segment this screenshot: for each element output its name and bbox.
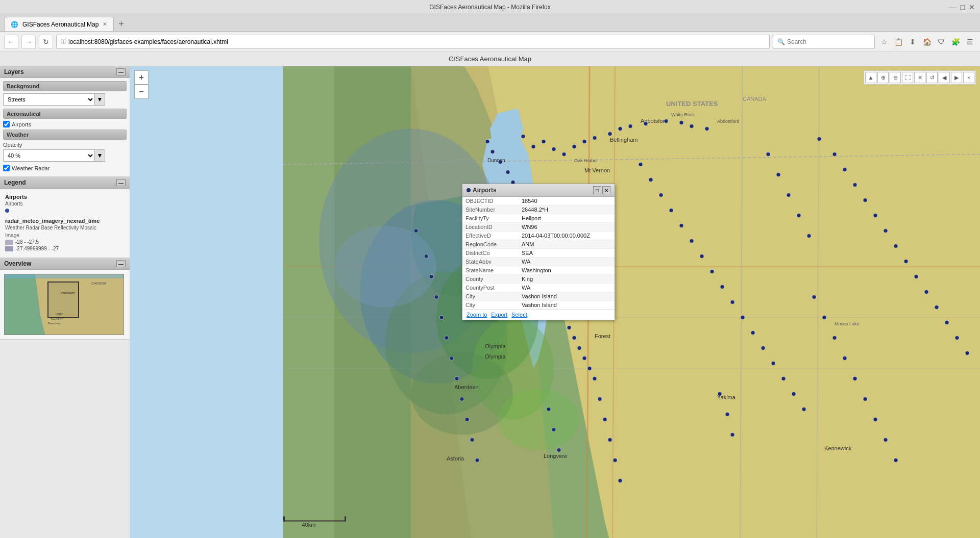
close-icon[interactable]: ✕ (969, 3, 975, 11)
svg-point-130 (904, 260, 908, 264)
tab-bar: 🌐 GISFaces Aeronautical Map ✕ + (0, 14, 980, 32)
svg-point-90 (445, 336, 449, 340)
zoom-in-tool-button[interactable]: ⊕ (877, 72, 889, 83)
back-button[interactable]: ← (4, 35, 18, 49)
close-tool-button[interactable]: ✕ (914, 72, 925, 83)
popup-field-value: 26448.2*H (519, 206, 615, 214)
opacity-dropdown-arrow[interactable]: ▼ (95, 149, 105, 162)
maximize-icon[interactable]: □ (961, 3, 965, 11)
background-section-header: Background (3, 81, 127, 91)
svg-point-100 (598, 397, 602, 401)
svg-point-94 (465, 418, 469, 422)
svg-point-95 (470, 438, 474, 442)
background-dropdown-arrow[interactable]: ▼ (95, 93, 105, 106)
weather-section-header: Weather (3, 130, 127, 140)
popup-row: CityVashon Island (462, 301, 615, 310)
svg-point-143 (843, 356, 847, 361)
menu-icon[interactable]: ☰ (964, 36, 976, 48)
popup-row: DistrictCoSEA (462, 249, 615, 258)
popup-title-text: Airports (473, 187, 497, 194)
svg-point-79 (567, 326, 571, 330)
svg-point-55 (628, 124, 632, 129)
legend-collapse-button[interactable]: — (116, 179, 126, 186)
overview-panel-header[interactable]: Overview — (0, 258, 130, 270)
svg-point-54 (618, 127, 622, 131)
pan-up-button[interactable]: ▲ (865, 72, 876, 83)
weather-radar-checkbox[interactable] (3, 165, 10, 171)
map-area[interactable]: Victoria Mt Vernon Oak Harbor Bellingham… (130, 66, 980, 538)
window-title: GISFaces Aeronautical Map - Mozilla Fire… (429, 4, 550, 11)
bookmark-list-icon[interactable]: 📋 (892, 36, 904, 48)
svg-point-47 (542, 140, 546, 144)
search-input[interactable] (787, 38, 870, 45)
opacity-dropdown[interactable]: 40 % 20 % 60 % 80 % 100 % (3, 149, 95, 162)
popup-field-key: DistrictCo (462, 249, 519, 258)
bookmark-star-icon[interactable]: ☆ (878, 36, 890, 48)
popup-row: FacilityTyHeliport (462, 214, 615, 223)
legend-panel-header[interactable]: Legend — (0, 177, 130, 189)
zoom-out-tool-button[interactable]: ⊖ (890, 72, 901, 83)
popup-table: OBJECTID18540SiteNumber26448.2*HFacility… (462, 197, 615, 309)
nav-right-icons: ☆ 📋 ⬇ 🏠 🛡 🧩 ☰ (878, 36, 976, 48)
legend-color-1 (5, 246, 13, 251)
next-extent-button[interactable]: ▶ (951, 72, 962, 83)
select-link[interactable]: Select (511, 312, 527, 318)
overview-map: CANADA UNIT STAT Vancouver San Francisco (4, 274, 124, 335)
content-area: GISFaces Aeronautical Map Layers — Backg… (0, 52, 980, 538)
export-link[interactable]: Export (491, 312, 507, 318)
popup-row: CountyKing (462, 275, 615, 284)
reload-button[interactable]: ↻ (39, 35, 53, 49)
airport-dot-icon (5, 209, 9, 213)
download-icon[interactable]: ⬇ (906, 36, 919, 48)
svg-point-114 (730, 300, 734, 304)
zoom-extent-button[interactable]: ⛶ (902, 72, 913, 83)
extension-icon[interactable]: 🧩 (949, 36, 962, 48)
page-title: GISFaces Aeronautical Map (449, 55, 531, 63)
svg-point-107 (659, 193, 663, 197)
tab-close-icon[interactable]: ✕ (103, 21, 107, 28)
svg-point-112 (710, 270, 714, 274)
layers-collapse-button[interactable]: — (116, 68, 126, 75)
deactivate-tool-button[interactable]: × (963, 72, 974, 83)
svg-point-111 (700, 254, 704, 259)
background-dropdown[interactable]: Streets Satellite Topo Gray (3, 93, 95, 106)
home-icon[interactable]: 🏠 (921, 36, 933, 48)
zoom-out-button[interactable]: − (134, 85, 149, 99)
page-title-bar: GISFaces Aeronautical Map (0, 52, 980, 66)
refresh-tool-button[interactable]: ↺ (926, 72, 938, 83)
zoom-in-button[interactable]: + (134, 70, 149, 85)
background-dropdown-container: Streets Satellite Topo Gray ▼ (3, 93, 127, 106)
svg-point-147 (884, 438, 888, 442)
svg-point-116 (751, 331, 755, 335)
new-tab-button[interactable]: + (114, 17, 128, 31)
popup-field-value: 2014-04-03T00:00:00.000Z (519, 232, 615, 240)
legend-panel: Legend — Airports Airports (0, 177, 130, 258)
overview-collapse-button[interactable]: — (116, 260, 126, 267)
svg-point-88 (434, 295, 438, 299)
active-tab[interactable]: 🌐 GISFaces Aeronautical Map ✕ (4, 17, 114, 31)
tab-favicon: 🌐 (11, 21, 18, 28)
opacity-dropdown-container: 40 % 20 % 60 % 80 % 100 % ▼ (3, 149, 127, 162)
svg-point-92 (455, 377, 459, 381)
address-input[interactable] (68, 38, 765, 45)
popup-field-value: Washington (519, 266, 615, 275)
popup-close-button[interactable]: ✕ (602, 186, 610, 194)
window-controls[interactable]: — □ ✕ (949, 3, 975, 11)
svg-text:Francisco: Francisco (48, 322, 62, 325)
shield-icon[interactable]: 🛡 (935, 36, 947, 48)
svg-text:Olympia: Olympia (485, 353, 506, 360)
popup-field-value: Vashon Island (519, 292, 615, 301)
minimize-icon[interactable]: — (949, 3, 957, 11)
airports-checkbox[interactable] (3, 121, 10, 127)
popup-field-value: SEA (519, 249, 615, 258)
zoom-to-link[interactable]: Zoom to (467, 312, 487, 318)
layers-panel-header[interactable]: Layers — (0, 66, 130, 78)
prev-extent-button[interactable]: ◀ (939, 72, 950, 83)
svg-point-16 (411, 353, 513, 435)
svg-point-84 (593, 377, 597, 381)
svg-text:Abbotsford: Abbotsford (717, 119, 740, 124)
popup-restore-button[interactable]: □ (593, 186, 601, 194)
radar-image-label: Image (5, 233, 125, 238)
popup-body: OBJECTID18540SiteNumber26448.2*HFacility… (462, 197, 615, 309)
forward-button[interactable]: → (21, 35, 36, 49)
